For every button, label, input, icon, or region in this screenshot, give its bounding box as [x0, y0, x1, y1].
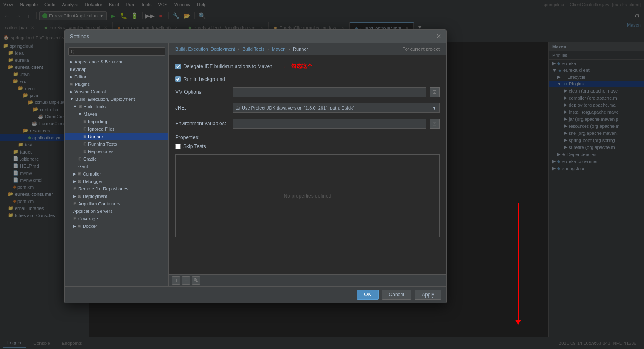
ok-button[interactable]: OK	[357, 290, 378, 300]
for-project-label: For current project	[402, 46, 440, 51]
add-prop-button[interactable]: +	[172, 276, 180, 285]
apply-button[interactable]: Apply	[415, 290, 441, 300]
run-background-checkbox[interactable]	[175, 76, 181, 82]
properties-section-label: Properties:	[175, 134, 440, 140]
maven-settings-label: Maven	[84, 112, 97, 117]
red-arrow-head	[515, 320, 521, 325]
jre-label: JRE:	[175, 105, 229, 111]
crumb-maven[interactable]: Maven	[272, 46, 285, 51]
run-background-row: Run in background	[175, 76, 440, 82]
coverage-label: Coverage	[78, 216, 98, 221]
settings-item-app-servers[interactable]: Application Servers	[65, 207, 168, 215]
settings-item-appearance[interactable]: ▶ Appearance & Behavior	[65, 58, 168, 66]
expand-arrow-vc: ▶	[70, 90, 73, 94]
vm-options-expand-btn[interactable]: ⊡	[430, 87, 440, 97]
skip-tests-row: Skip Tests	[175, 144, 440, 149]
bt-icon: ⊞	[79, 104, 82, 109]
gradle-icon: ⊞	[78, 156, 81, 161]
settings-item-version-control[interactable]: ▶ Version Control	[65, 88, 168, 95]
crumb-build-exec[interactable]: Build, Execution, Deployment	[175, 46, 235, 51]
red-arrow-shaft	[518, 203, 519, 320]
settings-item-arquillian[interactable]: ⊞ Arquillian Containers	[65, 200, 168, 207]
cancel-button[interactable]: Cancel	[382, 290, 411, 300]
expand-arrow-debugger: ▶	[73, 179, 76, 183]
no-props-message: No properties defined	[284, 193, 332, 199]
env-vars-expand-btn[interactable]: ⊡	[430, 119, 440, 129]
settings-left-panel: ▶ Appearance & Behavior Keymap ▶ Editor …	[65, 43, 169, 286]
vc-label: Version Control	[74, 89, 106, 94]
delegate-checkbox[interactable]	[175, 64, 181, 69]
settings-item-deployment[interactable]: ▶ ⊞ Deployment	[65, 193, 168, 200]
settings-item-repositories[interactable]: ⊞ Repositories	[65, 148, 168, 155]
debugger-settings-icon: ⊞	[78, 179, 81, 183]
crumb-runner: Runner	[293, 46, 308, 51]
deployment-settings-icon: ⊞	[78, 194, 81, 198]
crumb-build-tools[interactable]: Build Tools	[242, 46, 264, 51]
runner-icon: ⊞	[83, 134, 86, 139]
settings-item-editor[interactable]: ▶ Editor	[65, 73, 168, 81]
settings-item-plugins[interactable]: ⊞ Plugins	[65, 81, 168, 88]
plugins-settings-icon: ⊞	[70, 82, 73, 86]
red-down-arrow-container	[515, 203, 521, 325]
settings-search-input[interactable]	[68, 47, 165, 56]
importing-label: Importing	[88, 119, 107, 124]
gant-label: Gant	[78, 164, 88, 169]
delegate-label[interactable]: Delegate IDE build/run actions to Maven	[175, 63, 273, 69]
expand-arrow-bt: ▼	[73, 105, 77, 109]
run-background-label[interactable]: Run in background	[175, 76, 225, 82]
settings-item-importing[interactable]: ⊞ Importing	[65, 118, 168, 125]
settings-item-keymap[interactable]: Keymap	[65, 66, 168, 73]
build-exec-label: Build, Execution, Deployment	[75, 97, 135, 102]
skip-tests-label[interactable]: Skip Tests	[175, 144, 206, 149]
settings-item-gradle[interactable]: ⊞ Gradle	[65, 155, 168, 163]
settings-item-build-exec[interactable]: ▼ Build, Execution, Deployment	[65, 95, 168, 103]
settings-item-build-tools[interactable]: ▼ ⊞ Build Tools	[65, 103, 168, 110]
settings-item-runner[interactable]: ⊞ Runner	[65, 133, 168, 140]
importing-icon: ⊞	[83, 119, 86, 124]
docker-icon: ⊞	[78, 224, 81, 228]
expand-arrow-maven: ▼	[78, 112, 82, 116]
vm-options-row: VM Options: ⊡	[175, 87, 440, 97]
settings-content: Delegate IDE build/run actions to Maven …	[169, 55, 446, 274]
settings-item-maven[interactable]: ▼ Maven	[65, 110, 168, 118]
debugger-label: Debugger	[83, 179, 103, 184]
env-vars-row: Environment variables: ⊡	[175, 119, 440, 129]
expand-arrow-appearance: ▶	[70, 60, 73, 64]
settings-item-compiler[interactable]: ▶ ⊞ Compiler	[65, 170, 168, 178]
expand-arrow-docker: ▶	[73, 224, 76, 228]
env-vars-label: Environment variables:	[175, 121, 229, 127]
settings-item-remote-jar[interactable]: ⊞ Remote Jar Repositories	[65, 185, 168, 193]
jre-dropdown-arrow: ▼	[432, 105, 437, 110]
env-vars-input[interactable]	[233, 119, 426, 129]
settings-item-docker[interactable]: ▶ ⊞ Docker	[65, 222, 168, 230]
ignored-icon: ⊞	[83, 127, 86, 131]
settings-item-running-tests[interactable]: ⊞ Running Tests	[65, 140, 168, 148]
repos-label: Repositories	[88, 149, 113, 154]
settings-item-coverage[interactable]: ⊞ Coverage	[65, 215, 168, 222]
run-background-label-text: Run in background	[183, 76, 225, 82]
editor-label: Editor	[74, 74, 86, 79]
remove-prop-button[interactable]: −	[182, 276, 190, 285]
docker-label: Docker	[83, 224, 97, 229]
vm-options-input[interactable]	[233, 87, 426, 97]
compiler-settings-label: Compiler	[83, 171, 101, 176]
skip-tests-checkbox[interactable]	[175, 144, 181, 149]
keymap-label: Keymap	[70, 67, 86, 72]
settings-right-panel: Build, Execution, Deployment › Build Too…	[169, 43, 446, 286]
dialog-body: ▶ Appearance & Behavior Keymap ▶ Editor …	[65, 43, 446, 286]
dialog-close-button[interactable]: ✕	[436, 32, 441, 40]
running-tests-icon: ⊞	[83, 142, 86, 146]
edit-prop-button[interactable]: ✎	[192, 276, 200, 285]
jre-select[interactable]: 🗂 Use Project JDK (java version "1.8.0_2…	[233, 103, 440, 113]
compiler-settings-icon: ⊞	[78, 171, 81, 176]
annotation-text: 勾选这个	[291, 63, 312, 70]
settings-item-ignored[interactable]: ⊞ Ignored Files	[65, 125, 168, 133]
expand-arrow-compiler-s: ▶	[73, 172, 76, 176]
remote-jar-label: Remote Jar Repositories	[78, 186, 128, 191]
props-toolbar: + − ✎	[169, 274, 446, 286]
dialog-title-bar: Settings ✕	[65, 30, 446, 43]
settings-item-debugger[interactable]: ▶ ⊞ Debugger	[65, 178, 168, 185]
appearance-label: Appearance & Behavior	[74, 59, 123, 64]
arquillian-label: Arquillian Containers	[78, 201, 120, 206]
settings-item-gant[interactable]: Gant	[65, 163, 168, 170]
